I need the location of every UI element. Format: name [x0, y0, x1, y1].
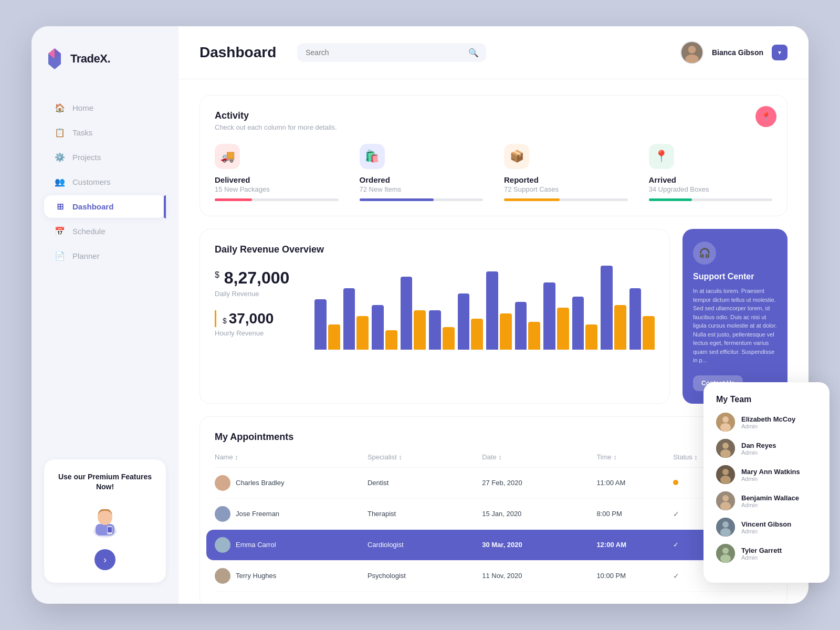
status-check-icon: ✓: [673, 510, 679, 518]
sidebar-item-dashboard[interactable]: ⊞ Dashboard: [44, 195, 166, 218]
row-avatar: [215, 475, 230, 491]
member-info: Benjamin Wallace Admin: [741, 494, 817, 508]
delivered-label: Delivered: [215, 175, 339, 184]
row-specialist: Dentist: [368, 479, 482, 487]
svg-point-2: [98, 510, 112, 525]
daily-currency: $: [215, 270, 219, 280]
chart-bar-orange: [414, 310, 426, 350]
member-role: Admin: [741, 502, 817, 508]
row-date: 30 Mar, 2020: [482, 541, 596, 549]
svg-point-24: [722, 548, 729, 554]
chart-bar-blue: [429, 310, 441, 350]
chart-bar-group: [515, 302, 541, 350]
svg-point-10: [720, 423, 731, 432]
tasks-icon: 📋: [55, 128, 65, 138]
chart-bar-group: [343, 288, 369, 350]
daily-revenue-label: Daily Revenue: [215, 290, 299, 298]
revenue-stats: $ 8,27,000 Daily Revenue $ 37,000 Hourly…: [215, 268, 299, 350]
revenue-body: $ 8,27,000 Daily Revenue $ 37,000 Hourly…: [215, 266, 655, 350]
chart-bar-group: [458, 293, 484, 350]
logo-area: TradeX.: [44, 47, 166, 70]
team-title: My Team: [716, 395, 817, 404]
col-specialist: Specialist ↕: [368, 453, 482, 461]
row-date: 11 Nov, 2020: [482, 572, 596, 580]
chart-bar-orange: [385, 330, 397, 350]
activity-subtitle: Check out each column for more details.: [215, 123, 772, 131]
user-dropdown-button[interactable]: ▾: [772, 45, 788, 60]
member-role: Admin: [741, 449, 817, 456]
my-team-panel: My Team Elizabeth McCoy Admin Dan Reyes: [704, 382, 830, 583]
table-row: Terry Hughes Psychologist 11 Nov, 2020 1…: [215, 561, 772, 592]
ordered-progress-fill: [360, 198, 434, 201]
row-date: 15 Jan, 2020: [482, 510, 596, 518]
reported-label: Reported: [504, 175, 628, 184]
member-name: Mary Ann Watkins: [741, 468, 817, 476]
chart-bar-orange: [557, 308, 569, 350]
status-check-active-icon: ✓: [673, 541, 679, 549]
chart-bar-blue: [629, 288, 642, 350]
member-name: Benjamin Wallace: [741, 494, 817, 502]
table-row-active[interactable]: Emma Carrol Cardiologist 30 Mar, 2020 12…: [206, 530, 781, 561]
chart-bar-orange: [328, 324, 340, 350]
member-avatar: [716, 544, 735, 563]
chart-bar-blue: [401, 277, 413, 350]
row-specialist: Therapist: [368, 510, 482, 518]
sidebar-item-home[interactable]: 🏠 Home: [44, 97, 166, 119]
chart-bar-group: [572, 297, 598, 350]
sidebar-item-planner[interactable]: 📄 Planner: [44, 245, 166, 267]
support-headset-icon: 🎧: [693, 242, 716, 265]
header-right: Bianca Gibson ▾: [680, 41, 788, 64]
revenue-title: Daily Revenue Overview: [215, 244, 655, 255]
activity-title: Activity: [215, 110, 772, 121]
svg-point-22: [720, 528, 731, 537]
table-row: Jose Freeman Therapist 15 Jan, 2020 8:00…: [215, 499, 772, 530]
avatar-image: [716, 413, 735, 432]
status-pending-dot: [673, 480, 678, 485]
member-role: Admin: [741, 423, 817, 429]
row-date: 27 Feb, 2020: [482, 479, 596, 487]
row-patient-name: Jose Freeman: [215, 506, 368, 522]
row-avatar: [215, 506, 230, 522]
delivered-value: 15 New Packages: [215, 185, 339, 193]
member-info: Elizabeth McCoy Admin: [741, 415, 817, 429]
activity-card-ordered: 🛍️ Ordered 72 New Items: [360, 144, 484, 201]
chart-bar-blue: [343, 288, 355, 350]
member-name: Elizabeth McCoy: [741, 415, 817, 423]
reported-value: 72 Support Cases: [504, 185, 628, 193]
sidebar-item-schedule[interactable]: 📅 Schedule: [44, 220, 166, 243]
team-member: Mary Ann Watkins Admin: [716, 465, 817, 484]
activity-card-arrived: 📍 Arrived 34 Upgraded Boxes: [649, 144, 773, 201]
hourly-revenue-amount: $ 37,000: [215, 310, 299, 327]
chart-bar-blue: [314, 299, 327, 350]
col-time: Time ↕: [596, 453, 673, 461]
schedule-icon: 📅: [55, 226, 65, 236]
revenue-chart: [314, 266, 655, 350]
team-member: Dan Reyes Admin: [716, 439, 817, 458]
svg-point-15: [722, 469, 729, 475]
sidebar-item-customers[interactable]: 👥 Customers: [44, 171, 166, 193]
premium-cta-button[interactable]: ›: [94, 549, 116, 570]
appointments-title: My Appointments: [215, 432, 772, 443]
team-member: Elizabeth McCoy Admin: [716, 413, 817, 432]
premium-title: Use our Premium Features Now!: [55, 472, 155, 492]
member-avatar: [716, 413, 735, 432]
chart-bar-blue: [543, 282, 555, 350]
chart-bar-group: [314, 299, 340, 350]
member-avatar: [716, 491, 735, 510]
chart-bar-orange: [443, 327, 455, 350]
chart-bar-orange: [356, 316, 369, 350]
activity-cards: 🚚 Delivered 15 New Packages 🛍️ Ordered 7…: [215, 144, 772, 201]
svg-point-7: [685, 55, 698, 64]
support-title: Support Center: [693, 272, 777, 281]
daily-revenue-amount: $ 8,27,000: [215, 268, 299, 288]
search-input[interactable]: [297, 43, 486, 62]
arrived-label: Arrived: [649, 175, 773, 184]
sidebar-item-tasks[interactable]: 📋 Tasks: [44, 121, 166, 144]
ordered-value: 72 New Items: [360, 185, 484, 193]
sidebar-item-projects[interactable]: ⚙️ Projects: [44, 146, 166, 169]
home-icon: 🏠: [55, 103, 65, 113]
chart-bar-blue: [458, 293, 470, 350]
reported-progress-fill: [504, 198, 560, 201]
col-date: Date ↕: [482, 453, 596, 461]
arrived-progress: [649, 198, 773, 201]
